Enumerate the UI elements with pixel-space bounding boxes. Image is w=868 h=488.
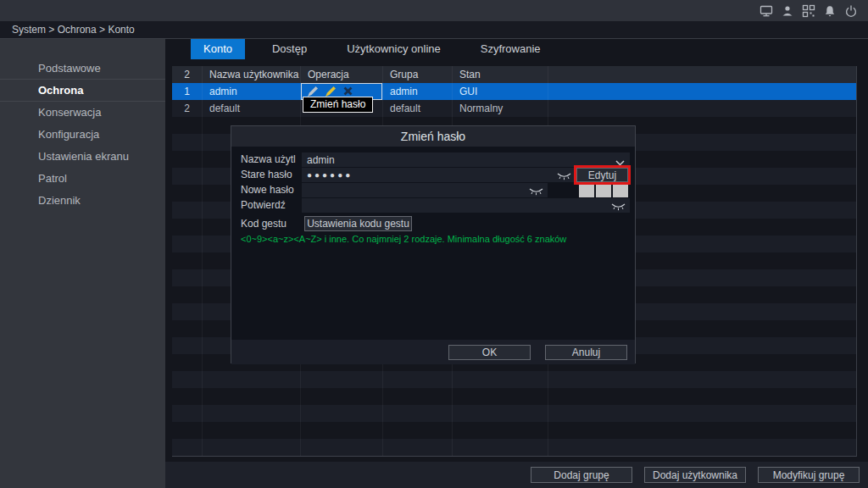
tab-konto[interactable]: Konto: [191, 39, 245, 59]
top-bar: [0, 0, 868, 21]
old-password-value: ●●●●●●: [307, 170, 353, 180]
new-password-label: Nowe hasło: [241, 183, 294, 197]
row-id: 1: [172, 83, 203, 100]
strength-box: [596, 183, 611, 197]
table-empty-row: [172, 422, 856, 439]
col-count: 2: [172, 66, 203, 83]
sidebar-item-konserwacja[interactable]: Konserwacja: [0, 102, 165, 124]
username-label: Nazwa użytl: [241, 152, 296, 167]
eye-closed-icon[interactable]: [557, 171, 571, 183]
confirm-password-input[interactable]: [302, 198, 630, 213]
strength-box: [579, 183, 594, 197]
table-row-admin[interactable]: 1 admin admin GUI: [172, 83, 856, 100]
confirm-password-label: Potwierdź: [241, 198, 286, 213]
breadcrumb-bar: System > Ochrona > Konto: [0, 21, 868, 39]
ok-button[interactable]: OK: [448, 345, 531, 360]
row-id: 2: [172, 100, 203, 117]
gesture-code-label: Kod gestu: [241, 217, 287, 231]
tab-szyfrowanie[interactable]: Szyfrowanie: [468, 39, 554, 59]
row-group: admin: [383, 83, 453, 100]
row-status: GUI: [453, 83, 548, 100]
sidebar-item-konfiguracja[interactable]: Konfiguracja: [0, 124, 165, 146]
alarm-bell-icon[interactable]: [823, 4, 837, 18]
table-empty-row: [172, 405, 856, 422]
row-username: default: [203, 100, 301, 117]
strength-box: [613, 183, 628, 197]
pencil-gray-icon[interactable]: [308, 86, 318, 97]
add-group-button[interactable]: Dodaj grupę: [531, 467, 632, 483]
breadcrumb: System > Ochrona > Konto: [12, 24, 135, 36]
row-status: Normalny: [453, 100, 548, 117]
tab-bar: Konto Dostęp Użytkownicy online Szyfrowa…: [191, 39, 554, 59]
table-empty-row: [172, 388, 856, 405]
add-user-button[interactable]: Dodaj użytkownika: [644, 467, 746, 483]
modify-group-button[interactable]: Modyfikuj grupę: [758, 467, 860, 483]
gesture-settings-button[interactable]: Ustawienia kodu gestu: [304, 216, 412, 231]
eye-closed-icon[interactable]: [529, 186, 543, 198]
col-status: Stan: [453, 66, 548, 83]
red-annotation-box: Edytuj: [574, 165, 631, 185]
bottom-action-bar: Dodaj grupę Dodaj użytkownika Modyfikuj …: [165, 462, 868, 488]
sidebar-item-dziennik[interactable]: Dziennik: [0, 190, 165, 212]
new-password-input[interactable]: [302, 183, 548, 197]
table-row-default[interactable]: 2 default default Normalny: [172, 100, 856, 117]
tooltip-change-password: Zmień hasło: [303, 97, 373, 113]
sidebar-item-patrol[interactable]: Patrol: [0, 168, 165, 190]
delete-x-icon[interactable]: [343, 86, 353, 97]
sidebar: Podstawowe Ochrona Konserwacja Konfigura…: [0, 39, 165, 488]
col-username: Nazwa użytkownika: [203, 66, 301, 83]
table-empty-row: [172, 371, 856, 388]
sidebar-item-podstawowe[interactable]: Podstawowe: [0, 58, 165, 80]
pencil-yellow-icon[interactable]: [326, 86, 336, 97]
change-password-dialog: Zmień hasło Nazwa użytl admin Stare hasł…: [231, 125, 636, 363]
power-icon[interactable]: [844, 4, 858, 18]
row-username: admin: [203, 83, 301, 100]
username-value: admin: [307, 154, 335, 166]
sidebar-item-ochrona[interactable]: Ochrona: [0, 80, 165, 102]
qr-code-icon[interactable]: [802, 4, 815, 18]
edit-button[interactable]: Edytuj: [576, 168, 628, 182]
table-header: 2 Nazwa użytkownika Operacja Grupa Stan: [172, 66, 856, 83]
table-empty-row: [172, 439, 856, 456]
old-password-input[interactable]: ●●●●●●: [302, 168, 576, 182]
dialog-title: Zmień hasło: [231, 126, 635, 147]
col-operation: Operacja: [301, 66, 383, 83]
row-group: default: [383, 100, 453, 117]
cancel-button[interactable]: Anuluj: [545, 345, 627, 360]
sidebar-item-ustawienia-ekranu[interactable]: Ustawienia ekranu: [0, 146, 165, 168]
password-hint: <0~9><a~z><A~Z> i inne. Co najmniej 2 ro…: [241, 234, 566, 244]
tab-dostep[interactable]: Dostęp: [259, 39, 320, 59]
user-icon[interactable]: [781, 4, 794, 18]
old-password-label: Stare hasło: [241, 168, 292, 182]
dialog-footer: OK Anuluj: [231, 340, 635, 364]
eye-closed-icon[interactable]: [611, 202, 626, 214]
tab-uzytkownicy-online[interactable]: Użytkownicy online: [334, 39, 453, 59]
password-strength-indicator: [579, 183, 628, 197]
display-icon[interactable]: [760, 4, 773, 18]
col-group: Grupa: [383, 66, 453, 83]
